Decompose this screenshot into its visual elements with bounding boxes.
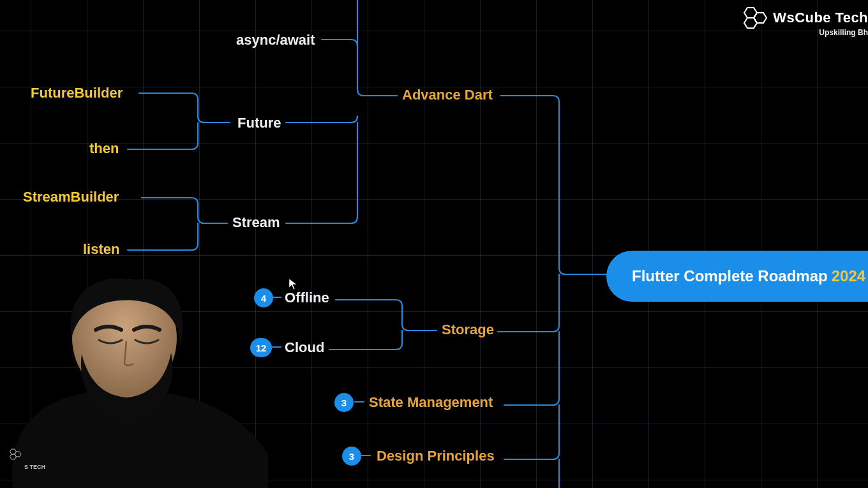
svg-marker-5 (15, 452, 21, 457)
node-advance-dart[interactable]: Advance Dart (402, 88, 493, 102)
badge-offline-count: 4 (254, 288, 273, 307)
root-title: Flutter Complete Roadmap (632, 267, 828, 285)
svg-point-3 (72, 279, 177, 397)
mindmap-canvas: Flutter Complete Roadmap 2024 Advance Da… (0, 0, 868, 488)
mouse-cursor-icon (288, 278, 297, 291)
node-stream-builder[interactable]: StreamBuilder (23, 190, 119, 204)
node-storage[interactable]: Storage (442, 323, 494, 337)
node-stream[interactable]: Stream (232, 216, 280, 230)
root-node[interactable]: Flutter Complete Roadmap 2024 (606, 251, 868, 302)
badge-design-principles-count: 3 (342, 447, 361, 466)
connector-lines (0, 0, 868, 488)
node-design-principles[interactable]: Design Principles (377, 449, 495, 463)
badge-cloud-count: 12 (250, 338, 272, 357)
svg-marker-6 (10, 454, 17, 459)
node-future[interactable]: Future (237, 116, 281, 130)
presenter-overlay: S TECH (0, 277, 268, 488)
brand-logo: WsCube Tech Upskilling Bh (740, 6, 868, 37)
badge-state-mgmt-count: 3 (334, 393, 354, 412)
svg-text:S TECH: S TECH (24, 464, 45, 470)
brand-text: WsCube Tech (773, 10, 868, 26)
node-listen[interactable]: listen (83, 242, 119, 256)
node-async-await[interactable]: async/await (236, 33, 315, 47)
brand-tagline: Upskilling Bh (740, 28, 868, 37)
svg-marker-4 (10, 449, 17, 454)
node-state-management[interactable]: State Management (369, 396, 493, 410)
hexagon-icon (740, 6, 770, 29)
node-future-builder[interactable]: FutureBuilder (31, 86, 123, 100)
node-offline[interactable]: Offline (285, 291, 329, 305)
root-year: 2024 (832, 267, 865, 285)
svg-marker-2 (744, 18, 757, 28)
node-cloud[interactable]: Cloud (285, 341, 324, 355)
node-then[interactable]: then (89, 142, 119, 156)
